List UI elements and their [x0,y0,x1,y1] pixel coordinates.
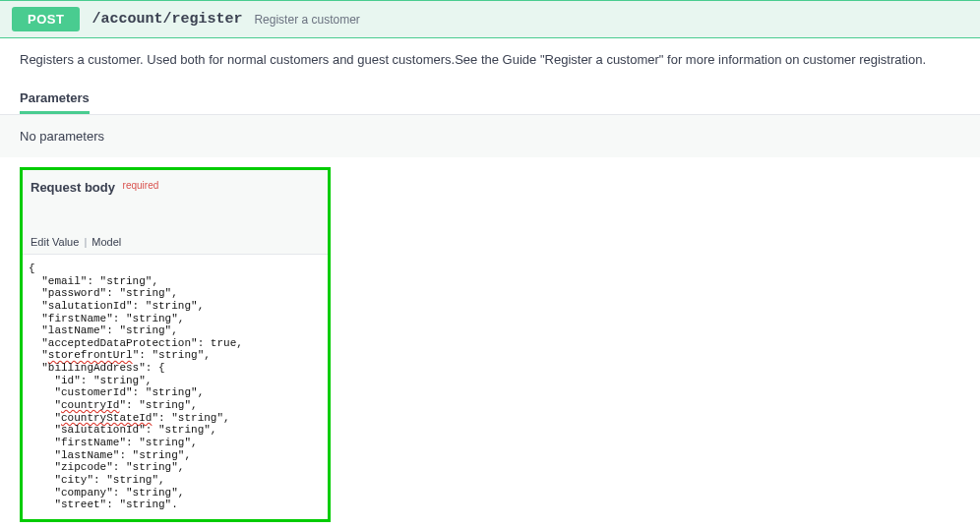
no-parameters-label: No parameters [0,115,980,157]
endpoint-path: /account/register [92,11,242,28]
tab-separator: | [84,236,87,248]
required-label: required [123,180,159,191]
request-body-title: Request body required [23,170,328,206]
tab-model[interactable]: Model [92,236,121,248]
request-body-section: Request body required Edit Value | Model… [20,167,331,522]
tab-edit-value[interactable]: Edit Value [31,236,79,248]
section-tabs: Parameters [0,81,980,115]
endpoint-header[interactable]: POST /account/register Register a custom… [0,0,980,38]
tab-parameters[interactable]: Parameters [20,90,90,114]
request-body-title-text: Request body [31,180,115,195]
method-badge: POST [12,7,80,31]
request-body-code[interactable]: { "email": "string", "password": "string… [23,255,328,519]
endpoint-summary: Register a customer [254,13,359,27]
endpoint-description: Registers a customer. Used both for norm… [0,38,980,81]
body-tabs: Edit Value | Model [23,206,328,255]
